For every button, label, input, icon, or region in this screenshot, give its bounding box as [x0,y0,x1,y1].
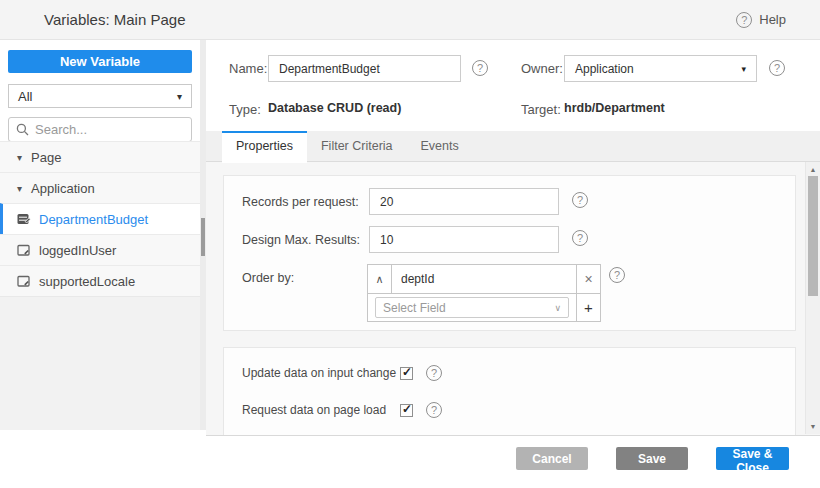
cancel-button[interactable]: Cancel [516,447,588,470]
type-value: Database CRUD (read) [268,101,401,115]
design-max-results-field[interactable] [369,226,559,253]
content-scrollbar[interactable]: ▲ ▼ [805,162,820,434]
behavior-settings-group: Update data on input change ? Request da… [223,347,796,436]
chevron-down-icon: ▾ [741,64,746,74]
request-on-page-load-help-icon[interactable]: ? [426,402,442,418]
request-on-page-load-checkbox[interactable] [400,404,413,417]
order-by-help-icon[interactable]: ? [609,267,625,283]
sidebar-item-application[interactable]: ▾ Application [0,172,200,203]
tree-item-label: DepartmentBudget [39,212,148,227]
sidebar-scrollbar-thumb[interactable] [201,218,205,256]
owner-select-value: Application [575,62,634,76]
owner-select[interactable]: Application ▾ [564,55,757,82]
design-max-results-label: Design Max. Results: [242,233,360,247]
sidebar-empty-area [0,296,200,430]
records-per-request-label: Records per request: [242,195,359,209]
tab-properties[interactable]: Properties [222,131,307,163]
type-label: Type: [229,102,261,117]
order-by-field-input[interactable] [392,265,576,293]
update-on-input-change-checkbox[interactable] [400,367,413,380]
update-on-input-change-help-icon[interactable]: ? [426,365,442,381]
update-on-input-change-label: Update data on input change [242,366,400,380]
search-icon [16,123,29,136]
tree-item-label: Page [31,150,61,165]
records-per-request-help-icon[interactable]: ? [572,192,588,208]
order-by-label: Order by: [242,271,294,285]
save-button[interactable]: Save [616,447,688,470]
help-label: Help [759,12,786,27]
help-button[interactable]: ? Help [736,12,786,28]
sidebar-item-departmentbudget[interactable]: DepartmentBudget [0,203,200,234]
name-help-icon[interactable]: ? [472,60,488,76]
owner-help-icon[interactable]: ? [769,60,785,76]
chevron-down-icon[interactable]: ▾ [17,152,22,163]
variables-sidebar: New Variable All ▾ ▾ Page ▾ Application [0,40,200,430]
tree-item-label: supportedLocale [39,274,135,289]
variables-tree: ▾ Page ▾ Application DepartmentBudget [0,141,200,296]
sidebar-item-page[interactable]: ▾ Page [0,141,200,172]
close-icon: × [584,271,592,287]
order-by-add-row: Select Field ∨ + [368,293,600,321]
chevron-down-icon[interactable]: ▾ [17,183,22,194]
order-by-editor: ∧ × Select Field ∨ [367,264,601,322]
target-value: hrdb/Department [564,101,665,115]
properties-tab-content: Records per request: ? Design Max. Resul… [206,162,820,436]
sidebar-item-loggedinuser[interactable]: loggedInUser [0,234,200,265]
sort-asc-icon: ∧ [375,273,383,286]
order-by-row: ∧ × [368,265,600,293]
request-settings-group: Records per request: ? Design Max. Resul… [223,175,796,331]
save-and-close-button[interactable]: Save & Close [716,447,789,470]
database-crud-variable-icon [17,213,31,226]
name-field[interactable] [268,55,461,82]
add-order-field-button[interactable]: + [576,294,600,321]
variable-filter-select[interactable]: All ▾ [8,84,192,108]
records-per-request-field[interactable] [369,188,559,215]
select-field-dropdown[interactable]: Select Field ∨ [375,297,569,318]
tab-events[interactable]: Events [407,131,473,161]
static-variable-icon [17,244,31,257]
tree-item-label: Application [31,181,95,196]
variable-filter-value: All [18,89,32,104]
name-label-text: Name: [229,61,267,76]
chevron-down-icon: ∨ [554,303,561,313]
select-field-placeholder: Select Field [383,301,446,315]
detail-tabbar: Properties Filter Criteria Events [206,131,820,162]
variable-search-box[interactable] [8,117,192,142]
scroll-down-icon[interactable]: ▼ [806,423,820,430]
content-scrollbar-thumb[interactable] [808,176,818,296]
request-on-page-load-row: Request data on page load ? [242,402,442,418]
dialog-footer: Cancel Save Save & Close [0,436,820,488]
scroll-up-icon[interactable]: ▲ [806,166,820,173]
target-label: Target: [521,102,561,117]
tree-item-label: loggedInUser [39,243,116,258]
variable-detail-panel: Name: * ? Owner: * Application ▾ ? Type:… [206,40,820,436]
owner-label-text: Owner: [521,61,563,76]
new-variable-button[interactable]: New Variable [8,50,192,73]
update-on-input-change-row: Update data on input change ? [242,365,442,381]
help-icon: ? [736,12,752,28]
variables-dialog: Variables: Main Page ? Help New Variable… [0,0,820,488]
page-title: Variables: Main Page [44,11,185,28]
request-on-page-load-label: Request data on page load [242,403,400,417]
sort-direction-button[interactable]: ∧ [368,265,392,293]
remove-order-field-button[interactable]: × [576,265,600,293]
dialog-header: Variables: Main Page ? Help [0,0,820,40]
plus-icon: + [584,299,593,316]
order-by-select-wrap: Select Field ∨ [368,294,576,321]
static-variable-icon [17,275,31,288]
design-max-results-help-icon[interactable]: ? [572,230,588,246]
tab-filter-criteria[interactable]: Filter Criteria [307,131,407,161]
chevron-down-icon: ▾ [177,91,182,102]
search-input[interactable] [35,122,184,137]
sidebar-item-supportedlocale[interactable]: supportedLocale [0,265,200,296]
